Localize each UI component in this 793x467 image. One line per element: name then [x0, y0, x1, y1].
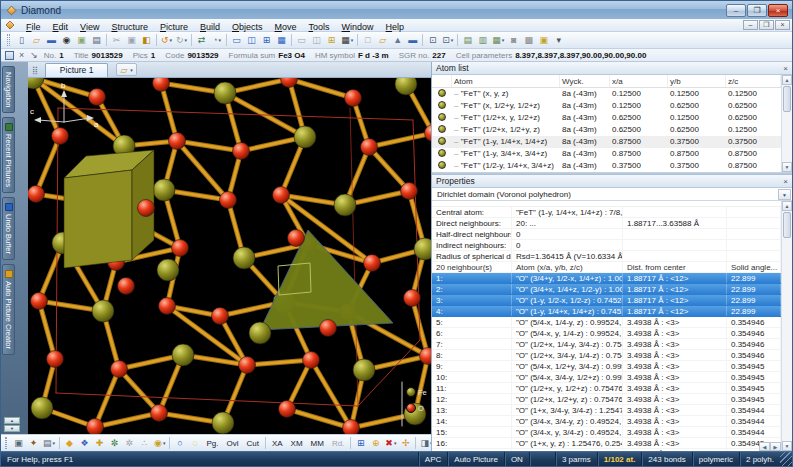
property-row[interactable]: Indirect neighbours:0 [432, 240, 781, 251]
minimize-button[interactable]: – [726, 4, 746, 17]
property-row[interactable]: Direct neighbours:20: ...1.88717...3.635… [432, 218, 781, 229]
pg-button[interactable]: Pg. [202, 436, 222, 451]
sidebar-tab-navigation[interactable]: Navigation [2, 66, 15, 113]
neighbour-row[interactable]: 8:"O" (1/2+x, 3/4-y, 1/4-z) : 0.75476, 0… [432, 350, 781, 361]
bond-style-button[interactable]: ✢ [398, 436, 413, 451]
atom-row[interactable]: "FeT" (1-y, 3/4+x, 3/4+z)8a (-43m)0.8750… [432, 148, 781, 160]
cut-button[interactable]: ✂ [109, 33, 124, 48]
scroll-down-icon[interactable]: ▼ [782, 162, 792, 172]
properties-mode-select[interactable]: Dirichlet domain (Voronoi polyhedron) ▼ [432, 188, 792, 201]
build-polyhedra-button[interactable]: ◆ [62, 436, 77, 451]
frame-stereo-button[interactable]: ▦▾ [490, 33, 506, 48]
crystal-structure-scene[interactable]: bacFeO [28, 78, 431, 434]
neighbour-header-row[interactable]: 20 neighbour(s)Atom (x/a, y/b, z/c)Dist.… [432, 262, 781, 273]
neighbour-row[interactable]: 6:"O" (5/4-x, y, 1/4-z) : 0.99524, 0.254… [432, 328, 781, 339]
scroll-thumb[interactable] [783, 212, 791, 238]
neighbour-row[interactable]: 3:"O" (1-y, 1/2-x, 1/2-z) : 0.74524, 0.2… [432, 295, 781, 306]
new-picture-button[interactable]: ▱ ▾ [116, 63, 136, 76]
scroll-up-icon[interactable]: ▲ [782, 201, 792, 211]
mdi-minimize-button[interactable]: – [743, 20, 758, 30]
mm-button[interactable]: MM [307, 436, 328, 451]
neighbour-row[interactable]: 16:"O" (1+x, y, z) : 1.25476, 0.25476, 0… [432, 438, 781, 449]
window-cascade-button[interactable]: ◫ [244, 33, 259, 48]
sidebar-tab-auto-picture-creator[interactable]: Auto Picture Creator [2, 264, 15, 355]
blank-picture-button[interactable]: □ [360, 33, 375, 48]
menu-picture[interactable]: Picture [154, 22, 194, 32]
neighbour-row[interactable]: 10:"O" (5/4-x, 3/4-y, 1/2+z) : 0.99524, … [432, 372, 781, 383]
property-row[interactable]: Half-direct neighbours:0 [432, 229, 781, 240]
frame-persp-button[interactable]: ▥ [475, 33, 490, 48]
update-button[interactable]: ⇄ [194, 33, 209, 48]
xa-button[interactable]: XA [268, 436, 287, 451]
save-file-button[interactable]: ▬ [44, 33, 59, 48]
menu-move[interactable]: Move [269, 22, 303, 32]
sidebar-tab-undo-buffer[interactable]: Undo Buffer [2, 197, 15, 260]
scroll-thumb[interactable] [783, 86, 791, 112]
new-document-button[interactable]: ▯ [14, 33, 29, 48]
layout-3-button[interactable]: ⊞ [324, 33, 339, 48]
layout-2-button[interactable]: ◫ [309, 33, 324, 48]
neighbour-row[interactable]: 7:"O" (1/2+x, 1/4-y, 3/4-z) : 0.75476, -… [432, 339, 781, 350]
neighbour-row[interactable]: 9:"O" (5/4-x, 1/2+y, 3/4-z) : 0.99524, 0… [432, 361, 781, 372]
monitor-2-button[interactable]: ⊡▾ [440, 33, 455, 48]
connect-atoms-button[interactable]: ✼ [107, 436, 122, 451]
close-button[interactable]: × [768, 4, 788, 17]
menu-edit[interactable]: Edit [47, 22, 75, 32]
menu-structure[interactable]: Structure [105, 22, 154, 32]
properties-close-icon[interactable]: × [783, 177, 788, 186]
undo-button[interactable]: ↺▾ [159, 33, 174, 48]
render-ball-button[interactable]: ◙ [506, 33, 521, 48]
remove-structure-icon[interactable]: × [19, 50, 24, 60]
neighbour-row[interactable]: 17:"FeT" (1+x, 1/2+y, 1/2+z) : 9/8, 5/8,… [432, 449, 781, 451]
atom-list-close-icon[interactable]: × [783, 64, 788, 73]
neighbour-row[interactable]: 5:"O" (5/4-x, 1/4-y, z) : 0.99524, -0.00… [432, 317, 781, 328]
history-button[interactable]: ◔▾ [209, 33, 224, 48]
toolbar-overflow-button[interactable]: ▾ [551, 33, 566, 48]
copy-button[interactable]: ▣ [124, 33, 139, 48]
coordination-sphere-button[interactable]: ○ [172, 436, 187, 451]
neighbour-row[interactable]: 13:"O" (1+x, 3/4-y, 3/4-z) : 1.25476, 0.… [432, 405, 781, 416]
atom-list-scrollbar[interactable]: ▲ ▼ [781, 75, 792, 172]
neighbour-row[interactable]: 15:"O" (3/4-x, y, 3/4-z) : 0.49524, 0.25… [432, 427, 781, 438]
atom-row[interactable]: "FeT" (x, 1/2+y, 1/2+z)8a (-43m)0.125000… [432, 100, 781, 112]
column-header[interactable] [432, 75, 452, 87]
menu-help[interactable]: Help [380, 22, 411, 32]
fill-mode-button[interactable]: ◉▾ [152, 436, 167, 451]
neighbour-row[interactable]: 1:"O" (3/4+y, 1/2-x, 1/4+z) : 1.00476, 0… [432, 273, 781, 284]
neighbour-row[interactable]: 14:"O" (3/4-x, 3/4-y, z) : 0.49524, 0.49… [432, 416, 781, 427]
xm-button[interactable]: XM [287, 436, 307, 451]
redo-button[interactable]: ↻▾ [174, 33, 189, 48]
atom-row[interactable]: "FeT" (1-y, 1/4+x, 1/4+z)8a (-43m)0.8750… [432, 136, 781, 148]
render-stick-button[interactable]: ▩ [521, 33, 536, 48]
monitor-1-button[interactable]: ⊡ [425, 33, 440, 48]
neighbour-row[interactable]: 2:"O" (3/4+x, 1/4+z, 1/2-y) : 1.00476, 0… [432, 284, 781, 295]
packing-button[interactable]: ✲ [122, 436, 137, 451]
neighbour-row[interactable]: 4:"O" (1-y, 1/4+x, 1/4+z) : 0.74524, 0.5… [432, 306, 781, 317]
add-cluster-button[interactable]: ❖ [77, 436, 92, 451]
new-picture-button[interactable]: ▱ [375, 33, 390, 48]
lattice-button[interactable]: ∴ [137, 436, 152, 451]
find-button[interactable]: ◉ [59, 33, 74, 48]
window-new-button[interactable]: ▭ [229, 33, 244, 48]
table-mode-button[interactable]: ▦▾ [339, 33, 355, 48]
render-poly-button[interactable]: ▣ [536, 33, 551, 48]
tabbar-handle-icon[interactable]: ⣿ [32, 66, 39, 75]
column-header[interactable]: x/a [610, 75, 668, 87]
menu-build[interactable]: Build [194, 22, 226, 32]
column-header[interactable]: Atom [452, 75, 560, 87]
layout-1-button[interactable]: ▭ [294, 33, 309, 48]
window-viewports-button[interactable]: ▦ [274, 33, 289, 48]
open-file-button[interactable]: ▱ [29, 33, 44, 48]
properties-scrollbar[interactable]: ▲ ▼ [781, 201, 792, 451]
jump-icon[interactable]: ↘ [30, 50, 38, 60]
window-tile-button[interactable]: ⊞ [259, 33, 274, 48]
property-row[interactable]: Radius of spherical do...Rsd=1.36415 Å (… [432, 251, 781, 262]
add-atom-button[interactable]: ✚ [92, 436, 107, 451]
infobar-handle-icon[interactable] [5, 51, 14, 60]
broken-sphere-button[interactable]: ◌ [187, 436, 202, 451]
combo-dropdown-icon[interactable]: ▼ [778, 189, 791, 200]
menu-file[interactable]: File [20, 22, 47, 32]
menu-window[interactable]: Window [336, 22, 380, 32]
cut-button[interactable]: Cut [242, 436, 262, 451]
frame-flat-button[interactable]: ▤ [460, 33, 475, 48]
